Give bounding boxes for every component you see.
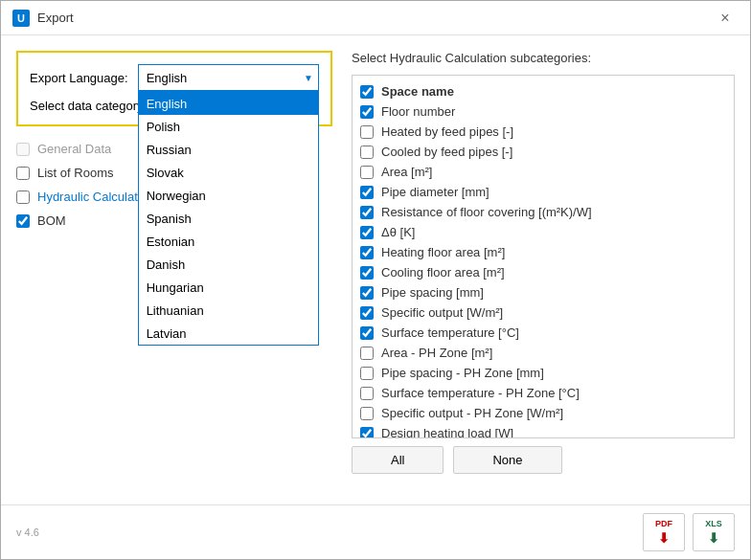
check-area-ph[interactable] [360,347,374,360]
subcategory-delta-theta: Δθ [K] [353,222,734,242]
main-content: Export Language: English ▼ English Polis… [1,35,750,504]
xls-label: XLS [705,519,722,528]
subcategory-surface-temp: Surface temperature [°C] [353,323,734,343]
lang-item-danish[interactable]: Danish [139,253,318,276]
export-language-section: Export Language: English ▼ English Polis… [16,51,332,126]
general-data-checkbox[interactable] [16,143,30,156]
subcategory-heating-floor: Heating floor area [m²] [353,242,734,262]
left-panel: Export Language: English ▼ English Polis… [16,51,332,489]
lang-item-lithuanian[interactable]: Lithuanian [139,299,318,322]
subcategory-area-ph: Area - PH Zone [m²] [353,343,734,363]
subcategory-area: Area [m²] [353,162,734,182]
check-surface-temp[interactable] [360,326,374,340]
titlebar-left: U Export [12,10,74,27]
hydraulic-calculation-checkbox[interactable] [16,190,30,204]
lang-item-english[interactable]: English [139,92,318,115]
check-cooling-floor[interactable] [360,266,374,280]
export-language-row: Export Language: English ▼ English Polis… [30,64,319,91]
footer: v 4.6 PDF ⬇ XLS ⬇ [1,504,750,559]
check-floor-number[interactable] [360,105,374,119]
pdf-label: PDF [655,519,672,528]
lang-item-latvian[interactable]: Latvian [139,322,318,345]
subcategory-design-heating: Design heating load [W] [353,423,734,438]
lang-item-spanish[interactable]: Spanish [139,207,318,230]
close-button[interactable]: × [712,5,739,32]
none-button[interactable]: None [453,446,561,474]
subcategory-surface-temp-ph: Surface temperature - PH Zone [°C] [353,383,734,403]
check-resistance[interactable] [360,206,374,219]
subcategory-specific-output-ph: Specific output - PH Zone [W/m²] [353,403,734,423]
lang-item-hungarian[interactable]: Hungarian [139,276,318,299]
bom-checkbox[interactable] [16,214,30,228]
lang-item-slovak[interactable]: Slovak [139,161,318,184]
pdf-export-button[interactable]: PDF ⬇ [643,513,685,551]
list-of-rooms-checkbox[interactable] [16,167,30,180]
check-specific-output-ph[interactable] [360,407,374,420]
subcategory-floor-number: Floor number [353,101,734,122]
subcategory-cooled-by-feed: Cooled by feed pipes [-] [353,142,734,162]
check-pipe-diameter[interactable] [360,186,374,199]
lang-item-estonian[interactable]: Estonian [139,230,318,253]
subcategory-heated-by-feed: Heated by feed pipes [-] [353,122,734,142]
subcategory-resistance: Resistance of floor covering [(m²K)/W] [353,202,734,222]
export-language-label: Export Language: [30,71,128,85]
dropdown-list: English Polish Russian Slovak Norwegian … [138,91,319,346]
right-panel-title: Select Hydraulic Calculation subcategori… [352,51,735,65]
subcategory-pipe-spacing: Pipe spacing [mm] [353,282,734,302]
right-panel: Select Hydraulic Calculation subcategori… [352,51,735,489]
subcategory-cooling-floor: Cooling floor area [m²] [353,262,734,282]
check-surface-temp-ph[interactable] [360,387,374,400]
check-design-heating[interactable] [360,427,374,439]
all-button[interactable]: All [352,446,444,474]
check-pipe-spacing-ph[interactable] [360,367,374,380]
subcategory-space-name: Space name [353,81,734,101]
selected-language: English [147,71,188,85]
check-area[interactable] [360,166,374,179]
version-label: v 4.6 [16,526,39,538]
check-heated-by-feed[interactable] [360,125,374,139]
language-dropdown[interactable]: English ▼ English Polish Russian Slovak … [138,64,319,91]
lang-item-polish[interactable]: Polish [139,115,318,138]
check-pipe-spacing[interactable] [360,286,374,300]
general-data-label: General Data [37,142,111,156]
subcategory-buttons: All None [352,446,735,474]
check-cooled-by-feed[interactable] [360,146,374,159]
bom-label: BOM [37,213,66,228]
window-title: Export [37,11,74,25]
dropdown-arrow-icon: ▼ [304,73,313,83]
xls-download-icon: ⬇ [708,530,719,546]
pdf-download-icon: ⬇ [658,530,670,546]
check-space-name[interactable] [360,85,374,99]
subcategory-list: Space name Floor number Heated by feed p… [352,75,735,438]
subcategory-pipe-diameter: Pipe diameter [mm] [353,182,734,202]
list-of-rooms-label: List of Rooms [37,166,113,180]
dropdown-display[interactable]: English ▼ [138,64,319,91]
subcategory-pipe-spacing-ph: Pipe spacing - PH Zone [mm] [353,363,734,383]
app-icon: U [12,10,30,27]
subcategory-specific-output: Specific output [W/m²] [353,302,734,323]
main-window: U Export × Export Language: English ▼ En [0,0,751,560]
check-specific-output[interactable] [360,306,374,320]
lang-item-norwegian[interactable]: Norwegian [139,184,318,207]
check-heating-floor[interactable] [360,246,374,259]
check-delta-theta[interactable] [360,226,374,239]
titlebar: U Export × [1,1,750,35]
xls-export-button[interactable]: XLS ⬇ [693,513,735,551]
export-buttons: PDF ⬇ XLS ⬇ [643,513,735,551]
lang-item-russian[interactable]: Russian [139,138,318,161]
